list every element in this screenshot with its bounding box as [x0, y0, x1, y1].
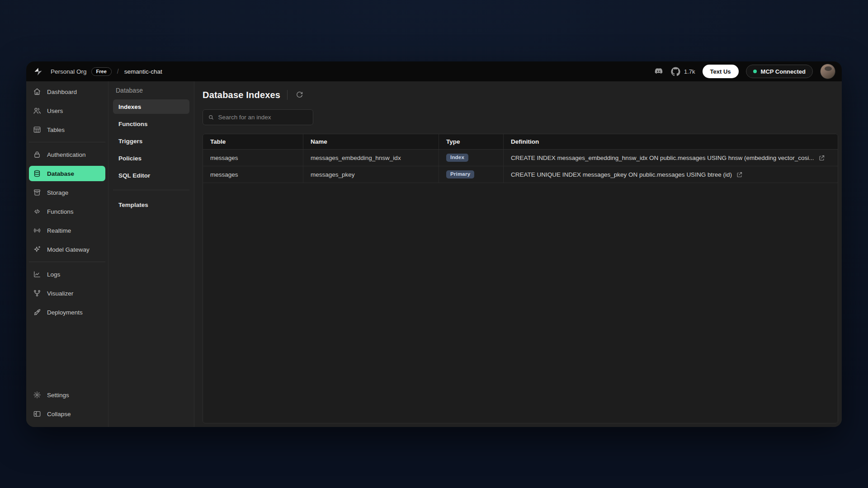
subsidebar-item-triggers[interactable]: Triggers	[113, 134, 189, 148]
database-icon	[33, 169, 42, 178]
table-empty-area	[203, 183, 838, 423]
type-badge: Index	[446, 154, 468, 162]
refresh-button[interactable]	[294, 90, 304, 100]
cell-name: messages_pkey	[303, 166, 439, 183]
mcp-status-label: MCP Connected	[761, 68, 806, 75]
breadcrumb-separator: /	[117, 68, 119, 75]
avatar[interactable]	[820, 64, 835, 79]
sidebar-item-database[interactable]: Database	[29, 166, 105, 181]
sidebar-item-label: Visualizer	[47, 290, 73, 297]
main-content: Database Indexes Table Name	[194, 81, 842, 427]
sidebar-item-logs[interactable]: Logs	[29, 267, 105, 282]
type-badge: Primary	[446, 170, 474, 179]
page-title: Database Indexes	[203, 90, 280, 100]
mcp-status-pill[interactable]: MCP Connected	[746, 65, 813, 78]
index-search[interactable]	[203, 109, 313, 125]
subsidebar-item-label: Functions	[118, 121, 148, 127]
subsidebar-item-functions[interactable]: Functions	[113, 117, 189, 131]
text-us-button[interactable]: Text Us	[703, 65, 739, 78]
sidebar-item-label: Database	[47, 170, 74, 177]
breadcrumb-org[interactable]: Personal Org	[51, 68, 87, 75]
breadcrumb-project[interactable]: semantic-chat	[124, 68, 162, 75]
chart-icon	[33, 270, 42, 279]
header-table[interactable]: Table	[203, 134, 303, 149]
cell-name: messages_embedding_hnsw_idx	[303, 150, 439, 166]
collapse-icon	[33, 409, 42, 418]
sidebar-item-label: Users	[47, 108, 63, 114]
header-name[interactable]: Name	[303, 134, 439, 149]
sidebar-item-users[interactable]: Users	[29, 103, 105, 118]
external-link-icon[interactable]	[736, 171, 743, 178]
discord-icon[interactable]	[654, 66, 664, 76]
subsidebar-group: Templates	[113, 190, 189, 219]
sidebar-item-realtime[interactable]: Realtime	[29, 223, 105, 238]
subsidebar-group: Indexes Functions Triggers Policies SQL …	[113, 99, 189, 190]
app-window: Personal Org Free / semantic-chat 1.7k	[26, 61, 842, 427]
users-icon	[33, 106, 42, 115]
subsidebar-item-label: Templates	[118, 202, 148, 208]
subsidebar-item-templates[interactable]: Templates	[113, 197, 189, 212]
rocket-icon	[33, 308, 42, 317]
sidebar-item-label: Storage	[47, 189, 68, 196]
subsidebar-item-label: Triggers	[118, 138, 142, 145]
external-link-icon[interactable]	[818, 155, 825, 161]
indexes-table: Table Name Type Definition messages mess…	[203, 134, 838, 423]
sidebar-item-label: Logs	[47, 271, 60, 278]
subsidebar-item-label: Policies	[118, 155, 142, 162]
sidebar-group: Logs Visualizer Deployments	[29, 262, 105, 324]
sidebar-item-collapse[interactable]: Collapse	[29, 406, 105, 422]
github-star-count: 1.7k	[684, 68, 695, 75]
sidebar-item-label: Model Gateway	[47, 246, 90, 253]
sidebar-item-deployments[interactable]: Deployments	[29, 305, 105, 320]
code-icon	[33, 207, 42, 216]
sparkles-icon	[33, 245, 42, 254]
search-icon	[208, 114, 214, 121]
title-divider	[287, 90, 288, 100]
sidebar-item-label: Collapse	[47, 411, 71, 418]
cell-definition: CREATE UNIQUE INDEX messages_pkey ON pub…	[511, 171, 732, 178]
cell-table: messages	[203, 150, 303, 166]
github-stars[interactable]: 1.7k	[671, 66, 695, 76]
sidebar-item-tables[interactable]: Tables	[29, 122, 105, 137]
network-icon	[33, 289, 42, 298]
subsidebar-item-policies[interactable]: Policies	[113, 151, 189, 165]
table-row[interactable]: messages messages_pkey Primary CREATE UN…	[203, 166, 838, 183]
sidebar-item-label: Realtime	[47, 227, 71, 234]
lock-icon	[33, 150, 42, 159]
header-definition[interactable]: Definition	[504, 134, 838, 149]
table-icon	[33, 125, 42, 134]
plan-badge: Free	[91, 67, 112, 76]
sidebar-item-functions[interactable]: Functions	[29, 204, 105, 219]
sidebar-item-dashboard[interactable]: Dashboard	[29, 84, 105, 99]
search-input[interactable]	[218, 114, 308, 121]
sidebar-item-model-gateway[interactable]: Model Gateway	[29, 242, 105, 257]
broadcast-icon	[33, 226, 42, 235]
sidebar-item-settings[interactable]: Settings	[29, 387, 105, 403]
table-row[interactable]: messages messages_embedding_hnsw_idx Ind…	[203, 150, 838, 166]
storage-icon	[33, 188, 42, 197]
gear-icon	[33, 390, 42, 399]
home-icon	[33, 87, 42, 96]
sidebar-item-label: Dashboard	[47, 89, 77, 95]
cell-definition: CREATE INDEX messages_embedding_hnsw_idx…	[511, 155, 814, 161]
sidebar-item-label: Authentication	[47, 151, 86, 158]
primary-sidebar: Dashboard Users Tables Authentication Da…	[26, 81, 108, 427]
subsidebar-item-indexes[interactable]: Indexes	[113, 99, 189, 114]
sidebar-item-storage[interactable]: Storage	[29, 185, 105, 200]
sidebar-item-label: Deployments	[47, 309, 83, 316]
secondary-sidebar: Database Indexes Functions Triggers Poli…	[108, 81, 194, 427]
sidebar-item-authentication[interactable]: Authentication	[29, 147, 105, 162]
status-dot	[753, 70, 757, 73]
sidebar-item-label: Settings	[47, 392, 69, 399]
subsidebar-heading: Database	[113, 86, 189, 99]
table-header-row: Table Name Type Definition	[203, 134, 838, 150]
topbar: Personal Org Free / semantic-chat 1.7k	[26, 61, 842, 81]
cell-table: messages	[203, 166, 303, 183]
sidebar-group: Authentication Database Storage Function…	[29, 142, 105, 262]
header-type[interactable]: Type	[439, 134, 504, 149]
sidebar-item-visualizer[interactable]: Visualizer	[29, 286, 105, 301]
subsidebar-item-sql-editor[interactable]: SQL Editor	[113, 168, 189, 183]
app-logo-icon[interactable]	[33, 66, 43, 77]
subsidebar-item-label: SQL Editor	[118, 172, 150, 179]
subsidebar-item-label: Indexes	[118, 103, 141, 110]
